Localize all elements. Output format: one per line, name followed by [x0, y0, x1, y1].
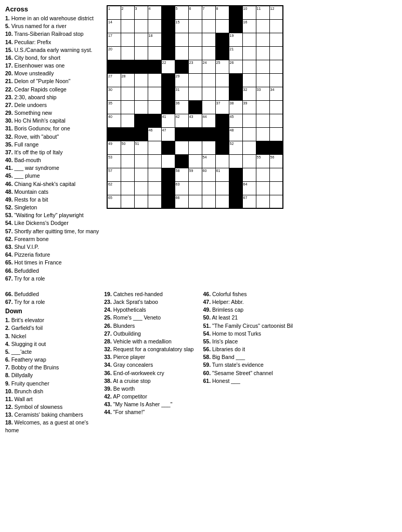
across-clue-67: 67. Try for a role: [5, 275, 101, 282]
grid-cell-r5-c10: [242, 73, 256, 87]
across-clue-63: 63. Shul V.I.P.: [5, 243, 101, 250]
across-clue-10: 10. Trans-Siberian Railroad stop: [5, 30, 101, 37]
across-clue-62: 62. Forearm bone: [5, 235, 101, 243]
clue-number: 35.: [5, 141, 13, 148]
grid-cell-r6-c8: [215, 87, 229, 100]
across-clue-66: 66. Befuddled: [5, 267, 101, 274]
grid-cell-r2-c10: [242, 33, 256, 46]
grid-cell-r0-c4: [161, 6, 175, 19]
grid-cell-r11-c6: [188, 154, 202, 168]
grid-cell-r10-c9: 52: [229, 141, 242, 154]
bottom-col-1: 66. Befuddled67. Try for a roleDown1. Br…: [5, 290, 104, 434]
grid-cell-r12-c12: [269, 168, 283, 181]
grid-cell-r4-c0: [107, 60, 121, 73]
grid-cell-r4-c3: [148, 60, 161, 73]
clue-number: 4.: [5, 341, 10, 347]
grid-cell-r7-c4: [161, 100, 175, 114]
grid-cell-r12-c7: 60: [202, 168, 215, 181]
cell-number: 27: [108, 74, 112, 78]
across-clue-49: 49. Rests for a bit: [5, 196, 101, 203]
clue-number: 52.: [5, 204, 13, 210]
grid-cell-r7-c9: 38: [229, 100, 242, 114]
grid-cell-r0-c6: 6: [188, 6, 202, 19]
page: Across 1. Home in an old warehouse distr…: [5, 5, 397, 434]
clue-number: 46.: [5, 181, 13, 187]
clue-number: 54.: [5, 220, 13, 226]
grid-cell-r11-c0: 53: [107, 154, 121, 168]
cell-number: 56: [270, 155, 275, 159]
cell-number: 3: [135, 7, 137, 10]
grid-cell-r12-c2: [134, 168, 148, 181]
cell-number: 28: [122, 74, 126, 78]
clue-13: 13. Ceramists' baking chambers: [5, 411, 100, 418]
grid-cell-r9-c3: 46: [148, 127, 161, 141]
clue-number: 27.: [104, 330, 112, 337]
clue-56: 56. Libraries do it: [203, 345, 298, 353]
grid-cell-r13-c4: [161, 181, 175, 195]
cell-number: 11: [257, 7, 261, 10]
across-clue-54: 54. Like Dickens's Dodger: [5, 219, 101, 227]
clue-4: 4. Slugging it out: [5, 340, 100, 348]
grid-cell-r5-c5: 29: [175, 73, 188, 87]
clue-5: 5. ___'acte: [5, 348, 100, 355]
grid-cell-r10-c10: [242, 141, 256, 154]
grid-cell-r8-c11: [256, 114, 269, 127]
clue-number: 49.: [203, 307, 211, 313]
clue-8: 8. Dillydally: [5, 371, 100, 379]
bottom-col-3: 46. Colorful fishes47. Helper: Abbr.49. …: [203, 290, 302, 434]
grid-cell-r5-c3: [148, 73, 161, 87]
clue-number: 37.: [5, 149, 13, 155]
cell-number: 2: [122, 7, 124, 10]
grid-cell-r7-c2: [134, 100, 148, 114]
grid-cell-r1-c4: [161, 19, 175, 33]
across-clues-panel: Across 1. Home in an old warehouse distr…: [5, 5, 101, 283]
grid-cell-r9-c8: [215, 127, 229, 141]
grid-cell-r5-c6: [188, 73, 202, 87]
grid-cell-r7-c12: [269, 100, 283, 114]
grid-cell-r0-c7: 7: [202, 6, 215, 19]
grid-cell-r11-c2: [134, 154, 148, 168]
grid-cell-r8-c2: [134, 114, 148, 127]
grid-cell-r4-c9: 26: [229, 60, 242, 73]
grid-cell-r2-c2: [134, 33, 148, 46]
cell-number: 17: [108, 34, 112, 37]
grid-cell-r8-c6: 43: [188, 114, 202, 127]
across-title: Across: [5, 5, 101, 13]
grid-cell-r10-c7: [202, 141, 215, 154]
grid-cell-r12-c0: 57: [107, 168, 121, 181]
grid-cell-r5-c9: [229, 73, 242, 87]
cell-number: 8: [216, 7, 218, 10]
cell-number: 5: [176, 7, 178, 10]
bottom-col-2: 19. Catches red-handed23. Jack Sprat's t…: [104, 290, 203, 434]
clue-39: 39. Be worth: [104, 385, 199, 392]
clue-number: 43.: [104, 401, 112, 407]
clue-number: 61.: [203, 378, 211, 384]
cell-number: 51: [135, 142, 139, 145]
clue-number: 8.: [5, 372, 10, 378]
cell-number: 37: [216, 101, 221, 105]
clue-number: 1.: [5, 317, 10, 323]
grid-cell-r12-c6: 59: [188, 168, 202, 181]
grid-cell-r6-c9: [229, 87, 242, 100]
clue-number: 32.: [104, 346, 112, 352]
cell-number: 15: [176, 20, 180, 24]
grid-cell-r12-c3: [148, 168, 161, 181]
cell-number: 58: [176, 169, 180, 172]
grid-cell-r6-c11: 33: [256, 87, 269, 100]
grid-cell-r11-c7: 54: [202, 154, 215, 168]
cell-number: 18: [149, 34, 153, 37]
grid-cell-r12-c4: [161, 168, 175, 181]
grid-cell-r12-c1: [121, 168, 134, 181]
grid-cell-r5-c2: [134, 73, 148, 87]
grid-cell-r0-c5: 5: [175, 6, 188, 19]
grid-cell-r1-c9: [229, 19, 242, 33]
clue-number: 12.: [5, 404, 13, 410]
grid-cell-r7-c1: [121, 100, 134, 114]
section-title: Down: [5, 308, 100, 315]
grid-cell-r5-c11: [256, 73, 269, 87]
grid-cell-r5-c12: [269, 73, 283, 87]
cell-number: 1: [108, 7, 110, 10]
grid-cell-r11-c3: [148, 154, 161, 168]
grid-cell-r12-c5: 58: [175, 168, 188, 181]
cell-number: 54: [203, 155, 207, 159]
